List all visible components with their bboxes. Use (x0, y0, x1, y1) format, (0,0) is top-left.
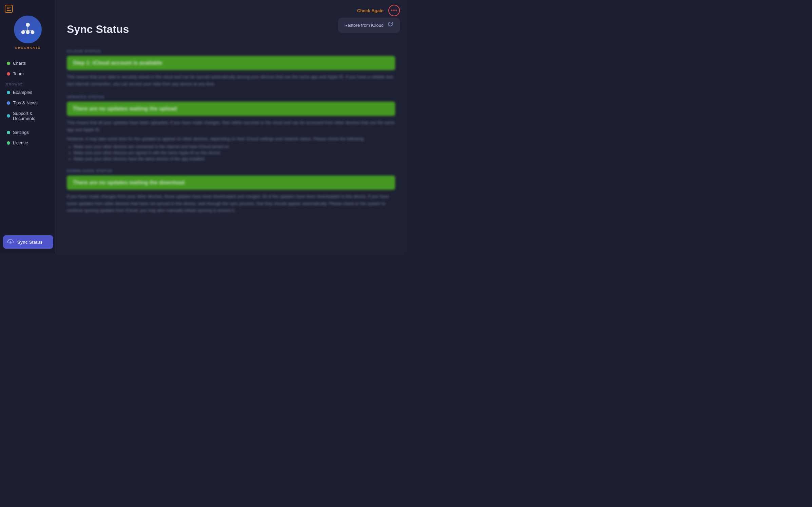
sidebar-item-license[interactable]: License (3, 138, 53, 148)
charts-dot (7, 62, 10, 65)
section-label-2: UPDATES STATUS (67, 95, 395, 99)
section-label-3: DOWNLOADS STATUS (67, 169, 395, 173)
sidebar-toggle-button[interactable] (5, 5, 13, 13)
toggle-bar-1 (7, 7, 11, 7)
toggle-bar-2 (7, 8, 9, 9)
svg-point-1 (21, 31, 25, 34)
avatar (14, 16, 42, 43)
more-dots-icon: ••• (391, 7, 398, 14)
banner-uploads-text: There are no updates waiting the upload (73, 106, 177, 111)
sidebar-item-tips[interactable]: Tips & News (3, 98, 53, 108)
topbar: Check Again ••• (56, 0, 406, 20)
license-dot (7, 141, 10, 145)
section-label-1: ICLOUD STATUS (67, 49, 395, 53)
bullet-2: Make sure your other devices are signed … (74, 150, 395, 155)
sidebar-bottom: Sync Status (0, 231, 56, 254)
browse-section-label: BROWSE (6, 83, 23, 86)
toggle-icon (7, 7, 11, 11)
sidebar: ORGCHARTX Charts Team BROWSE Examples Ti… (0, 0, 56, 254)
banner-downloads: There are no updates waiting the downloa… (67, 176, 395, 190)
license-label: License (13, 140, 28, 145)
sync-status-button[interactable]: Sync Status (3, 235, 53, 249)
sidebar-item-examples[interactable]: Examples (3, 87, 53, 97)
sidebar-item-settings[interactable]: Settings (3, 127, 53, 137)
banner-icloud-text: Step 1: iCloud account is available (73, 60, 162, 66)
restore-bar[interactable]: Restore from iCloud (338, 18, 400, 33)
section-body-2b: However, it may take some time for the u… (67, 136, 395, 143)
team-dot (7, 72, 10, 76)
sync-status-label: Sync Status (17, 240, 42, 245)
team-label: Team (13, 71, 24, 76)
tips-label: Tips & News (13, 100, 37, 105)
section-body-2: This means that all your updates have be… (67, 119, 395, 133)
section-body-1: This means that your data is securely st… (67, 74, 395, 87)
check-again-button[interactable]: Check Again (357, 8, 384, 13)
restore-icon (387, 21, 394, 29)
support-dot (7, 114, 10, 118)
toggle-bar-3 (7, 10, 11, 11)
main-content: Check Again ••• Restore from iCloud Sync… (56, 0, 406, 254)
sidebar-item-charts[interactable]: Charts (3, 58, 53, 68)
banner-downloads-text: There are no updates waiting the downloa… (73, 180, 185, 185)
org-icon (19, 20, 37, 39)
app-name-label: ORGCHARTX (15, 46, 41, 51)
svg-point-2 (26, 31, 30, 34)
svg-point-0 (26, 23, 30, 27)
sidebar-item-team[interactable]: Team (3, 69, 53, 79)
tips-dot (7, 101, 10, 105)
settings-dot (7, 131, 10, 134)
cloud-icon (7, 239, 14, 245)
section-body-3: If you have made changes from your other… (67, 193, 395, 214)
bullet-3: Make sure your other devices have the la… (74, 157, 395, 161)
bullet-1: Make sure your other devices are connect… (74, 144, 395, 149)
more-options-button[interactable]: ••• (388, 5, 400, 16)
bullets-list: Make sure your other devices are connect… (74, 144, 395, 161)
support-label: Support & Documents (13, 111, 49, 121)
sidebar-item-support[interactable]: Support & Documents (3, 108, 53, 123)
svg-point-3 (31, 31, 35, 34)
examples-dot (7, 91, 10, 94)
content-area: ICLOUD STATUS Step 1: iCloud account is … (56, 42, 406, 254)
settings-label: Settings (13, 130, 29, 135)
banner-uploads: There are no updates waiting the upload (67, 102, 395, 116)
banner-icloud-available: Step 1: iCloud account is available (67, 56, 395, 70)
charts-label: Charts (13, 61, 26, 66)
restore-label: Restore from iCloud (344, 23, 384, 28)
examples-label: Examples (13, 90, 32, 95)
